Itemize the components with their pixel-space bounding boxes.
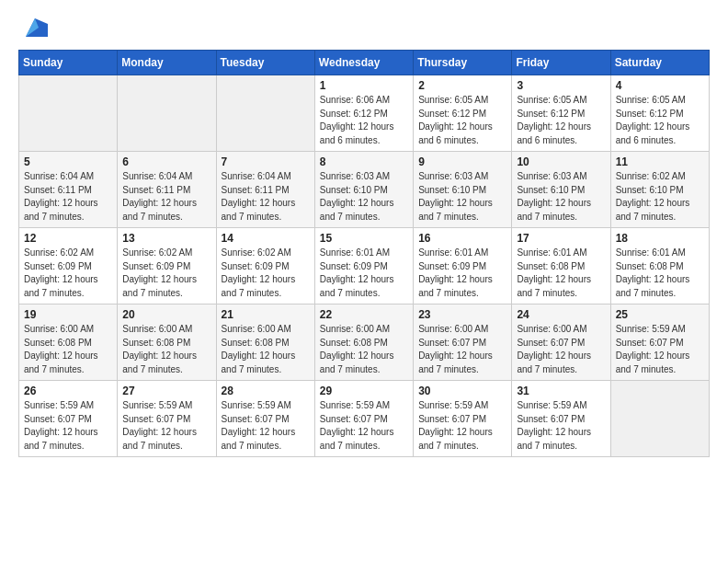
day-number: 5 xyxy=(24,155,112,168)
day-detail: Sunrise: 6:05 AMSunset: 6:12 PMDaylight:… xyxy=(418,94,506,147)
calendar-cell: 27Sunrise: 5:59 AMSunset: 6:07 PMDayligh… xyxy=(118,381,216,457)
day-number: 16 xyxy=(418,232,506,245)
day-detail: Sunrise: 6:03 AMSunset: 6:10 PMDaylight:… xyxy=(320,170,408,224)
calendar-week-row: 1Sunrise: 6:06 AMSunset: 6:12 PMDaylight… xyxy=(19,75,710,152)
day-of-week-header: Friday xyxy=(512,51,610,75)
day-number: 17 xyxy=(517,232,605,245)
calendar-cell: 12Sunrise: 6:02 AMSunset: 6:09 PMDayligh… xyxy=(19,228,118,304)
day-of-week-header: Saturday xyxy=(610,51,709,75)
calendar-cell xyxy=(118,75,216,152)
day-number: 4 xyxy=(616,79,704,92)
day-detail: Sunrise: 5:59 AMSunset: 6:07 PMDaylight:… xyxy=(222,399,310,453)
day-number: 7 xyxy=(222,155,310,168)
day-detail: Sunrise: 6:00 AMSunset: 6:08 PMDaylight:… xyxy=(320,323,408,376)
calendar-cell: 10Sunrise: 6:03 AMSunset: 6:10 PMDayligh… xyxy=(512,152,610,228)
day-number: 25 xyxy=(616,308,704,321)
day-number: 26 xyxy=(24,385,112,397)
calendar-cell xyxy=(19,75,118,152)
day-detail: Sunrise: 5:59 AMSunset: 6:07 PMDaylight:… xyxy=(320,399,408,453)
calendar-week-row: 19Sunrise: 6:00 AMSunset: 6:08 PMDayligh… xyxy=(19,304,710,381)
calendar-cell: 15Sunrise: 6:01 AMSunset: 6:09 PMDayligh… xyxy=(314,228,413,304)
day-detail: Sunrise: 6:01 AMSunset: 6:09 PMDaylight:… xyxy=(320,247,408,300)
day-of-week-header: Monday xyxy=(118,51,216,75)
day-number: 14 xyxy=(222,232,310,245)
calendar-cell: 24Sunrise: 6:00 AMSunset: 6:07 PMDayligh… xyxy=(512,304,610,381)
calendar-cell: 18Sunrise: 6:01 AMSunset: 6:08 PMDayligh… xyxy=(610,228,709,304)
calendar-cell: 16Sunrise: 6:01 AMSunset: 6:09 PMDayligh… xyxy=(414,228,512,304)
day-number: 6 xyxy=(122,155,210,168)
calendar-cell: 23Sunrise: 6:00 AMSunset: 6:07 PMDayligh… xyxy=(414,304,512,381)
calendar-cell: 4Sunrise: 6:05 AMSunset: 6:12 PMDaylight… xyxy=(610,75,709,152)
calendar-cell: 9Sunrise: 6:03 AMSunset: 6:10 PMDaylight… xyxy=(414,152,512,228)
calendar-cell: 11Sunrise: 6:02 AMSunset: 6:10 PMDayligh… xyxy=(610,152,709,228)
day-detail: Sunrise: 5:59 AMSunset: 6:07 PMDaylight:… xyxy=(517,399,605,453)
day-number: 20 xyxy=(122,308,210,321)
day-number: 31 xyxy=(517,385,605,397)
day-detail: Sunrise: 5:59 AMSunset: 6:07 PMDaylight:… xyxy=(418,399,506,453)
day-number: 29 xyxy=(320,385,408,397)
day-number: 18 xyxy=(616,232,704,245)
day-detail: Sunrise: 6:02 AMSunset: 6:09 PMDaylight:… xyxy=(24,247,112,300)
day-of-week-header: Thursday xyxy=(414,51,512,75)
calendar-cell: 17Sunrise: 6:01 AMSunset: 6:08 PMDayligh… xyxy=(512,228,610,304)
day-number: 13 xyxy=(122,232,210,245)
day-number: 24 xyxy=(517,308,605,321)
day-number: 9 xyxy=(418,155,506,168)
day-detail: Sunrise: 6:00 AMSunset: 6:08 PMDaylight:… xyxy=(222,323,310,376)
calendar-week-row: 12Sunrise: 6:02 AMSunset: 6:09 PMDayligh… xyxy=(19,228,710,304)
calendar-cell: 7Sunrise: 6:04 AMSunset: 6:11 PMDaylight… xyxy=(216,152,314,228)
calendar-cell: 8Sunrise: 6:03 AMSunset: 6:10 PMDaylight… xyxy=(314,152,413,228)
day-detail: Sunrise: 6:00 AMSunset: 6:08 PMDaylight:… xyxy=(122,323,210,376)
day-detail: Sunrise: 6:00 AMSunset: 6:07 PMDaylight:… xyxy=(418,323,506,376)
day-detail: Sunrise: 5:59 AMSunset: 6:07 PMDaylight:… xyxy=(122,399,210,453)
calendar-cell: 6Sunrise: 6:04 AMSunset: 6:11 PMDaylight… xyxy=(118,152,216,228)
day-detail: Sunrise: 6:00 AMSunset: 6:08 PMDaylight:… xyxy=(24,323,112,376)
calendar-cell: 21Sunrise: 6:00 AMSunset: 6:08 PMDayligh… xyxy=(216,304,314,381)
day-detail: Sunrise: 6:04 AMSunset: 6:11 PMDaylight:… xyxy=(122,170,210,224)
day-of-week-header: Tuesday xyxy=(216,51,314,75)
day-number: 12 xyxy=(24,232,112,245)
day-detail: Sunrise: 6:06 AMSunset: 6:12 PMDaylight:… xyxy=(320,94,408,147)
calendar-cell: 5Sunrise: 6:04 AMSunset: 6:11 PMDaylight… xyxy=(19,152,118,228)
day-number: 10 xyxy=(517,155,605,168)
day-detail: Sunrise: 6:00 AMSunset: 6:07 PMDaylight:… xyxy=(517,323,605,376)
calendar-cell: 26Sunrise: 5:59 AMSunset: 6:07 PMDayligh… xyxy=(19,381,118,457)
calendar-table: SundayMondayTuesdayWednesdayThursdayFrid… xyxy=(18,50,710,457)
calendar-cell: 30Sunrise: 5:59 AMSunset: 6:07 PMDayligh… xyxy=(414,381,512,457)
day-detail: Sunrise: 6:01 AMSunset: 6:08 PMDaylight:… xyxy=(517,247,605,300)
calendar-cell xyxy=(216,75,314,152)
calendar-cell: 20Sunrise: 6:00 AMSunset: 6:08 PMDayligh… xyxy=(118,304,216,381)
day-number: 11 xyxy=(616,155,704,168)
day-detail: Sunrise: 5:59 AMSunset: 6:07 PMDaylight:… xyxy=(616,323,704,376)
calendar-cell: 29Sunrise: 5:59 AMSunset: 6:07 PMDayligh… xyxy=(314,381,413,457)
day-number: 28 xyxy=(222,385,310,397)
day-number: 3 xyxy=(517,79,605,92)
day-number: 8 xyxy=(320,155,408,168)
day-detail: Sunrise: 6:02 AMSunset: 6:09 PMDaylight:… xyxy=(222,247,310,300)
calendar-cell: 25Sunrise: 5:59 AMSunset: 6:07 PMDayligh… xyxy=(610,304,709,381)
day-number: 23 xyxy=(418,308,506,321)
day-number: 1 xyxy=(320,79,408,92)
day-detail: Sunrise: 6:05 AMSunset: 6:12 PMDaylight:… xyxy=(616,94,704,147)
day-detail: Sunrise: 6:01 AMSunset: 6:08 PMDaylight:… xyxy=(616,247,704,300)
day-detail: Sunrise: 6:04 AMSunset: 6:11 PMDaylight:… xyxy=(222,170,310,224)
calendar-cell: 1Sunrise: 6:06 AMSunset: 6:12 PMDaylight… xyxy=(314,75,413,152)
day-number: 15 xyxy=(320,232,408,245)
calendar-cell: 28Sunrise: 5:59 AMSunset: 6:07 PMDayligh… xyxy=(216,381,314,457)
day-number: 19 xyxy=(24,308,112,321)
day-number: 30 xyxy=(418,385,506,397)
calendar-cell: 19Sunrise: 6:00 AMSunset: 6:08 PMDayligh… xyxy=(19,304,118,381)
page: SundayMondayTuesdayWednesdayThursdayFrid… xyxy=(0,0,728,563)
calendar-cell: 13Sunrise: 6:02 AMSunset: 6:09 PMDayligh… xyxy=(118,228,216,304)
day-detail: Sunrise: 6:05 AMSunset: 6:12 PMDaylight:… xyxy=(517,94,605,147)
day-of-week-header: Sunday xyxy=(19,51,118,75)
day-detail: Sunrise: 6:03 AMSunset: 6:10 PMDaylight:… xyxy=(517,170,605,224)
calendar-cell xyxy=(610,381,709,457)
calendar-cell: 31Sunrise: 5:59 AMSunset: 6:07 PMDayligh… xyxy=(512,381,610,457)
calendar-week-row: 5Sunrise: 6:04 AMSunset: 6:11 PMDaylight… xyxy=(19,152,710,228)
day-of-week-header: Wednesday xyxy=(314,51,413,75)
calendar-header-row: SundayMondayTuesdayWednesdayThursdayFrid… xyxy=(19,51,710,75)
day-number: 22 xyxy=(320,308,408,321)
day-detail: Sunrise: 5:59 AMSunset: 6:07 PMDaylight:… xyxy=(24,399,112,453)
day-detail: Sunrise: 6:02 AMSunset: 6:09 PMDaylight:… xyxy=(122,247,210,300)
